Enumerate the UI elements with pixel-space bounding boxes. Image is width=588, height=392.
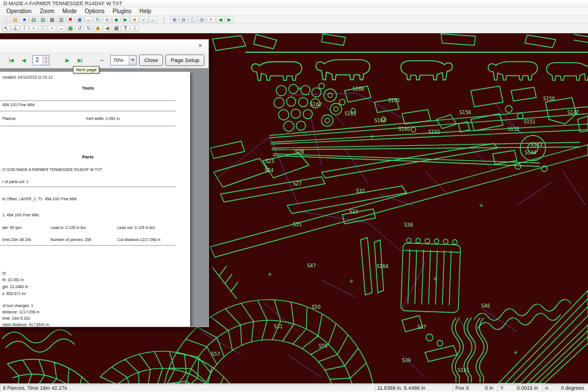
zoom-out-button[interactable]: − (95, 55, 108, 66)
status-cursor-coords: 11.6369 in, 5.4486 in (374, 385, 451, 392)
pan-view-icon[interactable]: + (207, 16, 215, 23)
import-drawing-icon[interactable]: ▧ (29, 16, 38, 23)
page-number-spinner[interactable]: 2 ▲ ▼ (32, 55, 49, 65)
spin-down-icon[interactable]: ▼ (42, 60, 49, 65)
last-page-button[interactable]: ▶| (74, 55, 86, 66)
set-origin-icon[interactable]: ◉ (94, 25, 102, 32)
prev-page-button[interactable]: ◀ (17, 55, 30, 66)
print-preview-icon[interactable]: ▥ (57, 16, 65, 23)
snap-grid-icon[interactable]: ▦ (112, 25, 121, 32)
part-label: S152 (508, 127, 519, 132)
circle-tool-icon[interactable]: ○ (29, 25, 38, 32)
cut-time: time:23m 38.19s (2, 238, 31, 242)
cow-outline (252, 62, 301, 80)
summary-line: ry: (2, 271, 7, 275)
part-label: S47 (307, 263, 316, 269)
preview-toolbar: |◀ ◀ 2 ▲ ▼ ▶ ▶| − 70% Close Page Setup (0, 52, 208, 68)
status-pos-y: Y 0.0015 in (497, 385, 541, 392)
move-part-icon[interactable]: ↔ (84, 16, 93, 23)
measure-tool-icon[interactable]: ∠ (11, 25, 20, 32)
verify-cut-icon[interactable]: ✓ (140, 16, 148, 23)
menu-zoom[interactable]: Zoom (36, 8, 59, 14)
part-label: S37 (417, 325, 426, 330)
window-title: D MADE A FARMER TENNESSEE R14DXF W TXT (0, 1, 122, 6)
toolbar-main: □▤■▧▨▦▥✖▣↔↻≡◆▶●✓⌂ ⊕⊖□◎+◀▶ (0, 15, 588, 24)
table-rule (0, 111, 176, 111)
pierce-point-icon[interactable]: ● (130, 16, 139, 23)
copy-part-icon[interactable]: ▣ (75, 16, 84, 23)
lead-in: Lead in: 0.125 in Arc (51, 226, 86, 230)
start-cut-icon[interactable]: ▶ (121, 16, 130, 23)
close-button[interactable]: Close (139, 55, 163, 66)
part-name: O GOD MADE A FARMER TENNESSEE R14DXF W T… (2, 168, 102, 172)
curve-tool-icon[interactable]: ~ (48, 25, 56, 32)
export-drawing-icon[interactable]: ▨ (38, 16, 47, 23)
spinner-arrows: ▲ ▼ (42, 56, 49, 65)
zoom-in-icon[interactable]: ⊕ (170, 16, 179, 23)
zoom-level-value: 70% (113, 57, 123, 63)
next-page-tooltip: Next page (73, 66, 99, 73)
operation-line-1: le Offset, LAYER_1, T1: 45A 10G Fine Mil… (2, 197, 77, 201)
next-view-icon[interactable]: ▶ (225, 16, 234, 23)
select-tool-icon[interactable]: ↖ (2, 25, 10, 32)
zoom-level-select[interactable]: 70% (110, 55, 137, 65)
save-job-icon[interactable]: ■ (20, 16, 29, 23)
pos-x-value: 0 in (485, 385, 493, 391)
total-line: of tool changes: 1 (2, 304, 33, 308)
zoom-window-icon[interactable]: □ (188, 16, 197, 23)
diagonal-bands (498, 290, 588, 383)
text-tool-icon[interactable]: T (121, 25, 130, 32)
nest-parts-icon[interactable]: ◆ (112, 16, 121, 23)
cut-distance: Cut distance:1217.096 in (117, 238, 160, 242)
array-tool-icon[interactable]: ▦ (66, 25, 75, 32)
lead-in-edit-icon[interactable]: ◀ (103, 25, 111, 32)
rotate-part-icon[interactable]: ↻ (94, 16, 102, 23)
undo-icon[interactable]: ↺ (75, 25, 84, 32)
top-partial-shapes (254, 34, 588, 49)
part-label: S147 (567, 110, 579, 115)
menu-options[interactable]: Options (81, 8, 109, 14)
page-setup-button[interactable]: Page Setup (165, 55, 204, 66)
dialog-titlebar[interactable]: × (0, 40, 208, 52)
menu-mode[interactable]: Mode (58, 8, 80, 14)
part-label: S163 (345, 111, 356, 117)
zoom-extents-icon[interactable]: ◎ (198, 16, 206, 23)
redo-icon[interactable]: ↻ (84, 25, 93, 32)
pierce-count: Number of pierces: 208 (51, 238, 91, 242)
line-tool-icon[interactable]: / (20, 25, 29, 32)
status-pos-a: A 0 degrees (542, 385, 587, 392)
part-label: S164 (374, 118, 386, 123)
part-label: S164 (377, 264, 388, 269)
first-page-button[interactable]: |◀ (5, 55, 17, 66)
part-label: S32 (356, 189, 365, 194)
menu-operation[interactable]: Operation (2, 8, 36, 14)
pos-a-value: 0 degrees (561, 385, 584, 391)
close-icon[interactable]: × (195, 41, 205, 51)
part-label: S166 (353, 87, 364, 92)
rect-tool-icon[interactable]: □ (38, 25, 47, 32)
operation-line-2: 1: 45A 10G Fine Mild (2, 213, 38, 217)
print-icon[interactable]: ▦ (48, 16, 56, 23)
spin-up-icon[interactable]: ▲ (42, 56, 49, 60)
parts-cut-count: r of parts cut: 1 (2, 180, 28, 184)
toolbar-file-group: □▤■▧▨▦▥✖▣↔↻≡◆▶●✓⌂ (2, 16, 158, 23)
new-job-icon[interactable]: □ (2, 16, 10, 23)
mirror-tool-icon[interactable]: ↔ (57, 25, 65, 32)
pos-a-label: A (545, 385, 548, 391)
menu-plugins[interactable]: Plugins (109, 8, 136, 14)
part-label: S23 (265, 159, 274, 164)
previous-view-icon[interactable]: ◀ (216, 16, 225, 23)
page-number-value: 2 (36, 57, 39, 63)
zoom-out-icon[interactable]: ⊖ (179, 16, 188, 23)
rapid-moves-path (201, 93, 586, 378)
about-info-icon[interactable]: i (130, 25, 139, 32)
machine-home-icon[interactable]: ⌂ (149, 16, 157, 23)
delete-part-icon[interactable]: ✖ (66, 16, 75, 23)
next-page-button[interactable]: ▶ (61, 55, 74, 66)
parts-heading: Parts (0, 154, 176, 160)
table-rule (0, 126, 176, 126)
open-job-icon[interactable]: ▤ (11, 16, 20, 23)
cut-order-icon[interactable]: ≡ (103, 16, 111, 23)
menu-help[interactable]: Help (136, 8, 156, 14)
part-label: S39 (402, 358, 411, 363)
